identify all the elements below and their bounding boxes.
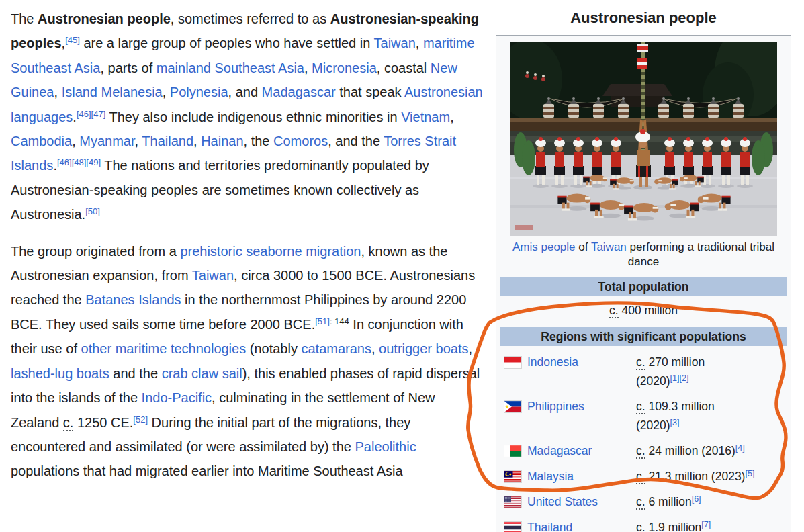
population-value: c. 1.9 million[7] [636,518,785,532]
total-population-header: Total population [500,277,787,296]
wiki-link-crab-claw-sail[interactable]: crab claw sail [162,366,242,381]
wiki-link-island-melanesia[interactable]: Island Melanesia [62,85,163,99]
reference-citation[interactable]: [6] [692,494,701,504]
reference-citation[interactable]: [48] [72,157,87,167]
circa-abbr: c. [636,355,645,370]
text-run: They also include indigenous ethnic mino… [105,109,401,124]
wiki-link-catamarans[interactable]: catamarans [301,341,371,356]
wiki-link-polynesia[interactable]: Polynesia [170,85,228,99]
country-cell: Malaysia [503,467,636,486]
country-cell: Madagascar [503,441,636,460]
wiki-link-hainan[interactable]: Hainan [201,134,243,148]
region-row-madagascar: Madagascarc. 24 million (2016)[4] [503,441,785,460]
circa-abbr: c. [636,521,645,532]
paragraph: The Austronesian people, sometimes refer… [11,7,486,227]
reference-citation[interactable]: [47] [91,109,106,119]
infobox-caption: Amis people of Taiwan performing a tradi… [506,240,781,269]
text-run: , and the [328,134,384,148]
wiki-link-prehistoric-seaborne-migration[interactable]: prehistoric seaborne migration [180,244,361,259]
text-run: , [469,341,473,356]
population-value: c. 21.3 million (2023)[5] [636,467,785,486]
reference-page-number: : 144 [330,316,349,326]
text-run: populations that had migrated earlier in… [11,463,403,478]
reference-citation[interactable]: [52] [133,414,148,425]
country-link-indonesia[interactable]: Indonesia [527,353,578,371]
infobox-box: Amis people of Taiwan performing a tradi… [496,35,791,532]
wiki-link-outrigger-boats[interactable]: outrigger boats [379,341,468,356]
text-run: , coastal [377,60,431,75]
text-run: that speak [336,85,404,99]
wiki-link-cambodia[interactable]: Cambodia [11,134,72,148]
wiki-link-madagascar[interactable]: Madagascar [262,85,336,99]
wiki-link-thailand[interactable]: Thailand [142,134,193,148]
wiki-link-batanes-islands[interactable]: Batanes Islands [85,292,181,307]
text-run: , sometimes referred to as [171,11,330,26]
country-link-philippines[interactable]: Philippines [527,397,584,416]
circa-abbr: c. [636,495,645,510]
reference-citation[interactable]: [45] [65,35,80,45]
flag-icon-madagascar [504,445,521,457]
reference-citation[interactable]: [50] [85,206,100,216]
article-body: The Austronesian people, sometimes refer… [11,7,486,496]
infobox-title: Austronesian people [496,9,791,27]
reference-citation[interactable]: [1] [670,373,680,383]
text-run: 1250 CE. [73,415,133,430]
infobox-image[interactable] [510,42,777,236]
country-cell: Thailand [503,518,636,532]
wiki-link-comoros[interactable]: Comoros [273,134,328,148]
text-run: , the [244,134,273,148]
text-run: , parts of [100,60,156,75]
country-cell: Indonesia [503,353,636,371]
text-run: The nations and territories predominantl… [11,158,429,222]
tribal-dance-photo [510,42,777,236]
paragraph: The group originated from a prehistoric … [11,239,486,484]
wiki-link-taiwan[interactable]: Taiwan [374,36,416,50]
reference-citation[interactable]: [4] [735,443,745,453]
region-row-philippines: Philippinesc. 109.3 million(2020)[3] [503,397,785,435]
text-run: of [576,240,591,253]
wiki-link-myanmar[interactable]: Myanmar [79,134,134,148]
bold-term: Austronesian people [38,11,171,26]
region-row-thailand: Thailandc. 1.9 million[7] [503,518,785,532]
text-run: , [135,134,142,148]
country-link-malaysia[interactable]: Malaysia [527,467,574,486]
wiki-link-vietnam[interactable]: Vietnam [401,109,450,124]
text-run: , and [228,85,262,99]
reference-citation[interactable]: [49] [86,157,101,167]
circa-abbr: c. [636,444,645,459]
infobox: Austronesian people Amis people of Taiwa… [496,5,791,532]
country-link-thailand[interactable]: Thailand [527,518,572,532]
reference-citation[interactable]: [5] [745,469,754,478]
reference-citation[interactable]: [46] [57,157,72,167]
reference-citation[interactable]: [3] [670,418,680,427]
circa-abbr: c. [636,470,645,484]
wiki-link-amis-people[interactable]: Amis people [512,240,576,253]
text-run: performing a traditional tribal dance [627,240,774,268]
country-link-madagascar[interactable]: Madagascar [527,441,592,460]
flag-icon-thailand [504,522,521,532]
wiki-link-lashed-lug-boats[interactable]: lashed-lug boats [11,366,109,381]
reference-citation[interactable]: [46] [77,109,91,119]
text-run: , [304,60,312,75]
flag-icon-united-states [504,496,521,508]
circa-abbr: c. [636,400,645,414]
text-run: The group originated from a [11,244,180,259]
wiki-link-taiwan[interactable]: Taiwan [591,240,627,253]
reference-citation[interactable]: [7] [701,520,711,529]
wiki-link-mainland-southeast-asia[interactable]: mainland Southeast Asia [157,60,304,75]
wiki-link-paleolithic[interactable]: Paleolithic [355,439,416,454]
reference-citation[interactable]: [51] [315,316,330,326]
text-run: , [450,109,454,124]
flag-icon-indonesia [504,357,521,368]
regions-table: Indonesiac. 270 million(2020)[1][2]Phili… [503,353,785,532]
wiki-link-taiwan[interactable]: Taiwan [192,268,234,283]
total-population-value: c. 400 million [496,300,791,323]
country-link-united-states[interactable]: United States [527,492,598,511]
reference-citation[interactable]: [2] [680,373,689,383]
text-run: and the [109,366,162,381]
population-value: c. 6 million[6] [636,492,785,511]
wiki-link-other-maritime-technologies[interactable]: other maritime technologies [81,341,247,356]
wiki-link-micronesia[interactable]: Micronesia [312,60,377,75]
wiki-link-indo-pacific[interactable]: Indo-Pacific [142,390,212,405]
country-cell: Philippines [503,397,636,416]
